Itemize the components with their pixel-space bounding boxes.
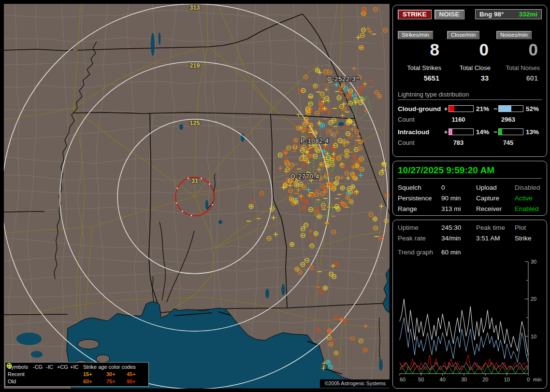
svg-text:40: 40	[440, 377, 446, 382]
receiver-label: Receiver	[476, 205, 515, 212]
svg-text:D-2522.3^: D-2522.3^	[327, 76, 359, 83]
bearing-readout: Bng 98° 332mi	[475, 9, 542, 19]
age-code-90: 90+	[127, 378, 146, 385]
strike-mode-button[interactable]: STRIKE	[398, 10, 432, 19]
datetime-display: 10/27/2025 9:59:20 AM	[398, 165, 542, 179]
range-value: 313 mi	[441, 205, 476, 212]
svg-text:30: 30	[461, 377, 467, 382]
noise-mode-button[interactable]: NOISE	[434, 10, 464, 19]
strike-counters-panel: STRIKE NOISE Bng 98° 332mi Strikes/min C…	[392, 5, 547, 157]
cg-minus-count: 2963	[493, 116, 523, 123]
svg-text:313: 313	[190, 4, 200, 11]
noises-per-min-value: 0	[496, 41, 542, 58]
squelch-value: 0	[441, 184, 476, 191]
svg-text:20: 20	[531, 296, 536, 302]
svg-text:10: 10	[504, 377, 510, 382]
svg-text:30: 30	[531, 259, 536, 265]
plot-value: Strike	[515, 235, 542, 242]
svg-text:0: 0	[527, 377, 530, 382]
total-strikes-label: Total Strikes	[398, 64, 443, 71]
upload-label: Upload	[476, 184, 515, 191]
ic-minus-bar	[498, 128, 523, 135]
noises-per-min-chip[interactable]: Noises/min	[496, 31, 532, 39]
upload-status: Disabled	[515, 184, 542, 191]
map-symbol-legend: Symbols -CG -IC +CG +IC Strike age color…	[5, 362, 149, 387]
peak-time-label: Peak time	[476, 224, 515, 231]
intracloud-row: Intracloud + 14% − 13%	[398, 128, 542, 136]
svg-text:60: 60	[400, 377, 405, 382]
count-label: Count	[398, 139, 443, 146]
trend-graph-value: 60 min	[441, 249, 476, 256]
app-window: 31321912531D-2522.3^P-1082.4Q-2770.4 Sym…	[0, 0, 550, 392]
total-close-label: Total Close	[447, 64, 492, 71]
plus-sign: +	[443, 128, 449, 136]
uptime-label: Uptime	[398, 224, 441, 231]
legend-header-neg-ic: -IC	[46, 364, 57, 370]
total-strikes-value: 5651	[398, 74, 443, 82]
distribution-header: Lightning type distribution	[398, 91, 542, 100]
svg-text:31: 31	[191, 178, 198, 184]
close-per-min-value: 0	[447, 41, 492, 58]
squelch-label: Squelch	[398, 184, 441, 191]
cloud-ground-row: Cloud-ground + 21% − 52%	[398, 105, 542, 112]
bearing-range-value: 332mi	[519, 11, 537, 18]
cg-plus-count: 1160	[443, 116, 474, 123]
copyright-text: ©2005 Astrogenic Systems	[320, 379, 390, 388]
capture-label: Capture	[476, 195, 515, 202]
svg-text:219: 219	[190, 62, 200, 69]
cloud-ground-count-row: Count 1160 2963	[398, 116, 542, 123]
total-close-value: 33	[447, 74, 492, 82]
intracloud-count-row: Count 783 745	[398, 139, 542, 146]
cg-minus-percent: 52%	[523, 105, 543, 112]
svg-text:20: 20	[482, 377, 488, 382]
persistence-value: 90 min	[441, 195, 476, 202]
svg-text:10: 10	[531, 334, 536, 339]
bearing-value: Bng 98°	[479, 11, 504, 18]
peak-rate-value: 34/min	[441, 235, 476, 242]
age-code-75: 75+	[106, 378, 127, 385]
age-code-45: 45+	[127, 371, 146, 378]
total-noises-value: 601	[496, 74, 542, 82]
uptime-value: 245:30	[441, 224, 476, 231]
capture-status: Active	[515, 195, 542, 202]
map-canvas: 31321912531D-2522.3^P-1082.4Q-2770.4	[4, 4, 390, 389]
age-code-15: 15+	[83, 371, 106, 378]
legend-header-neg-cg: -CG	[33, 364, 46, 370]
ic-minus-count: 745	[493, 139, 523, 146]
strikes-per-min-chip[interactable]: Strikes/min	[398, 31, 433, 39]
legend-header-pos-cg: +CG	[57, 364, 70, 370]
total-noises-label: Total Noises	[496, 64, 542, 71]
cg-minus-bar	[498, 105, 523, 112]
svg-text:Q-2770.4: Q-2770.4	[290, 173, 319, 180]
cloud-ground-label: Cloud-ground	[398, 105, 443, 112]
trend-graph-label: Trend graph	[398, 249, 441, 256]
svg-text:125: 125	[190, 120, 200, 126]
trend-graph: 1020306050403020100min	[398, 258, 542, 386]
ic-minus-percent: 13%	[523, 128, 543, 136]
ic-plus-count: 783	[443, 139, 474, 146]
peak-rate-label: Peak rate	[398, 235, 441, 242]
status-panel: 10/27/2025 9:59:20 AM Squelch 0 Upload D…	[392, 161, 547, 216]
ic-plus-percent: 14%	[474, 128, 493, 136]
age-code-60: 60+	[83, 378, 106, 385]
range-label: Range	[398, 205, 441, 212]
plus-sign: +	[443, 105, 449, 112]
ic-plus-bar	[449, 128, 474, 135]
strikes-per-min-value: 8	[398, 41, 443, 58]
cg-plus-percent: 21%	[474, 105, 493, 112]
minus-sign: −	[493, 105, 498, 112]
svg-text:P-1082.4: P-1082.4	[301, 138, 329, 144]
legend-row-recent-label: Recent	[8, 371, 33, 378]
peak-time-value: 3:51 AM	[476, 235, 515, 242]
svg-text:50: 50	[418, 377, 424, 382]
plot-label: Plot	[515, 224, 542, 231]
count-label: Count	[398, 116, 443, 123]
legend-header-pos-ic: +IC	[70, 364, 83, 370]
close-per-min-chip[interactable]: Close/min	[447, 31, 479, 39]
legend-header-age: Strike age color codes	[83, 364, 146, 370]
trend-chart-canvas: 1020306050403020100min	[398, 258, 543, 384]
persistence-label: Persistence	[398, 195, 441, 202]
lightning-map[interactable]: 31321912531D-2522.3^P-1082.4Q-2770.4 Sym…	[4, 4, 390, 389]
receiver-status: Enabled	[515, 205, 542, 212]
svg-text:min: min	[533, 377, 542, 382]
